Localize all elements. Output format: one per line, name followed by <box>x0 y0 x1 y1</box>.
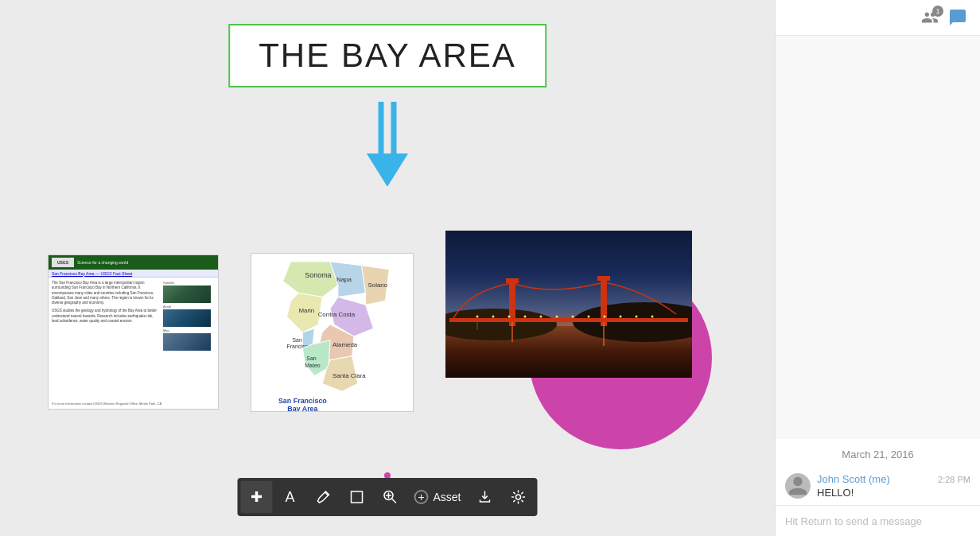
svg-text:Marin: Marin <box>298 307 314 314</box>
toolbar: ✚ A + Asset <box>237 478 537 516</box>
user-count-badge: 1 <box>932 6 943 17</box>
svg-text:Bay Area: Bay Area <box>287 405 318 411</box>
gg-photo-inner <box>445 231 692 378</box>
title-box: THE BAY AREA <box>228 24 546 87</box>
usgs-footer: For more information contact USGS Wester… <box>52 402 215 406</box>
svg-point-43 <box>620 316 622 318</box>
plus-circle-icon: + <box>414 490 428 504</box>
svg-point-55 <box>516 495 521 499</box>
chat-icon[interactable] <box>948 8 967 27</box>
svg-point-39 <box>556 316 558 318</box>
svg-rect-33 <box>449 318 688 322</box>
message-time: 2:28 PM <box>938 475 970 484</box>
add-asset-button[interactable]: + Asset <box>407 481 467 513</box>
svg-point-36 <box>508 316 511 318</box>
avatar-user-icon <box>787 475 809 497</box>
arrow-down <box>364 102 411 208</box>
svg-text:Napa: Napa <box>336 275 352 282</box>
usgs-body: Satellite Aerial Map The San Francisco B… <box>49 278 218 330</box>
pen-icon <box>316 490 330 504</box>
message-input[interactable] <box>785 515 970 527</box>
message-input-container <box>776 505 980 536</box>
usgs-header-text: Science for a changing world <box>77 260 128 265</box>
svg-point-41 <box>588 316 590 318</box>
move-tool-button[interactable]: ✚ <box>240 481 272 513</box>
svg-point-45 <box>651 316 654 318</box>
svg-point-35 <box>492 316 495 318</box>
gear-icon <box>511 490 526 504</box>
message-text: HELLO! <box>817 487 970 499</box>
sidebar-top-bar: 1 <box>776 0 980 36</box>
pen-tool-button[interactable] <box>307 481 339 513</box>
usgs-link: San Francisco Bay Area — USGS Fact Sheet <box>52 271 132 276</box>
svg-text:San: San <box>293 336 302 342</box>
svg-text:Santa Clara: Santa Clara <box>332 372 366 379</box>
usgs-header: USGS Science for a changing world <box>49 255 218 270</box>
settings-button[interactable] <box>503 481 535 513</box>
zoom-icon <box>382 489 398 505</box>
date-separator: March 21, 2016 <box>776 439 980 467</box>
zoom-tool-button[interactable] <box>374 481 406 513</box>
svg-rect-50 <box>351 491 362 503</box>
svg-point-44 <box>636 316 638 318</box>
svg-line-52 <box>391 499 395 503</box>
svg-text:Mateo: Mateo <box>305 362 320 367</box>
usgs-thumb-1 <box>163 285 211 303</box>
main-canvas: THE BAY AREA USGS Science for a changing… <box>0 0 775 536</box>
svg-rect-30 <box>506 278 519 283</box>
content-row: USGS Science for a changing world San Fr… <box>48 231 568 433</box>
message-item: John Scott (me) 2:28 PM HELLO! <box>776 467 980 505</box>
svg-point-42 <box>604 316 606 318</box>
svg-point-38 <box>540 316 542 318</box>
text-tool-button[interactable]: A <box>274 481 305 513</box>
svg-text:San Francisco: San Francisco <box>278 397 327 405</box>
asset-label: Asset <box>433 491 461 503</box>
right-sidebar: 1 March 21, 2016 John Scott (me) 2:28 PM… <box>775 0 980 536</box>
users-icon-container[interactable]: 1 <box>921 9 939 26</box>
bridge-svg-detail <box>445 231 692 378</box>
usgs-logo: USGS <box>52 258 74 267</box>
usgs-thumb-2 <box>163 309 211 327</box>
message-header: John Scott (me) 2:28 PM <box>817 473 970 485</box>
svg-point-34 <box>476 316 479 318</box>
usgs-img-3: Map <box>163 328 215 351</box>
user-icon-group: 1 <box>921 9 939 26</box>
usgs-document-card[interactable]: USGS Science for a changing world San Fr… <box>48 254 219 410</box>
avatar <box>785 473 811 499</box>
download-icon <box>478 490 492 504</box>
sidebar-empty-area <box>776 36 980 439</box>
svg-text:Sonoma: Sonoma <box>305 270 331 278</box>
usgs-thumb-3 <box>163 333 211 351</box>
svg-text:Solano: Solano <box>368 281 388 288</box>
svg-point-37 <box>524 316 527 318</box>
usgs-images: Satellite Aerial Map <box>163 281 215 351</box>
svg-point-40 <box>572 316 574 318</box>
message-content: John Scott (me) 2:28 PM HELLO! <box>817 473 970 499</box>
usgs-img-1: Satellite <box>163 281 215 303</box>
usgs-link-bar: San Francisco Bay Area — USGS Fact Sheet <box>49 270 218 278</box>
message-sender: John Scott (me) <box>817 473 890 485</box>
bay-area-map-svg: Sonoma Napa Solano Marin Contra Costa Sa… <box>251 254 413 411</box>
svg-text:Alameda: Alameda <box>332 340 358 348</box>
svg-text:Contra Costa: Contra Costa <box>318 311 356 318</box>
download-button[interactable] <box>469 481 501 513</box>
golden-gate-photo <box>445 231 692 378</box>
svg-rect-32 <box>597 276 610 281</box>
slide-title: THE BAY AREA <box>259 37 516 74</box>
golden-gate-photo-container[interactable] <box>445 231 704 433</box>
shape-icon <box>349 490 364 504</box>
svg-text:San: San <box>306 355 316 360</box>
usgs-img-2: Aerial <box>163 305 215 327</box>
shape-tool-button[interactable] <box>340 481 372 513</box>
bay-area-map-card[interactable]: Sonoma Napa Solano Marin Contra Costa Sa… <box>251 253 414 412</box>
